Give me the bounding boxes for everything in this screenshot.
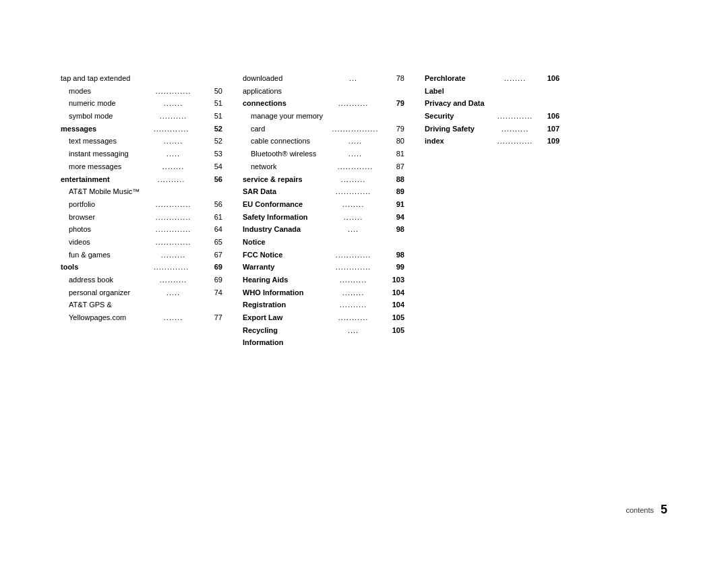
toc-page: 54 [209, 160, 222, 173]
toc-item: text messages.......52 [61, 135, 222, 148]
toc-page: 79 [391, 97, 404, 110]
toc-dots: ....... [317, 211, 390, 224]
toc-page: 91 [391, 198, 404, 211]
toc-item: Bluetooth® wireless.....81 [243, 148, 404, 160]
toc-item: Security.............106 [425, 110, 559, 123]
footer-page: 5 [661, 503, 667, 517]
toc-dots: ........... [317, 97, 390, 110]
toc-page: 104 [391, 286, 404, 299]
toc-item: Recycling Information....105 [243, 324, 404, 349]
toc-label: Perchlorate Label [425, 72, 484, 97]
toc-page: 106 [546, 72, 559, 85]
toc-label: service & repairs [243, 173, 315, 186]
toc-label: EU Conformance [243, 198, 315, 211]
toc-label: tools [61, 261, 133, 274]
toc-label: index [425, 135, 484, 148]
toc-dots: ........ [485, 72, 545, 85]
toc-dots: ........ [317, 286, 390, 299]
right-column: Perchlorate Label........106Privacy and … [425, 72, 559, 349]
footer: contents 5 [626, 503, 667, 517]
toc-item: Warranty.............99 [243, 261, 404, 274]
toc-label: numeric mode [69, 97, 138, 110]
toc-page: 77 [209, 311, 222, 324]
toc-label: FCC Notice [243, 249, 315, 261]
toc-page: 88 [391, 173, 404, 186]
toc-dots: ......... [139, 249, 208, 261]
toc-item: fun & games.........67 [61, 249, 222, 261]
toc-page: 67 [209, 249, 222, 261]
toc-label: modes [69, 85, 138, 98]
toc-dots: ..... [139, 286, 208, 299]
toc-dots: .......... [317, 274, 390, 286]
toc-label: address book [69, 274, 138, 286]
toc-page: 98 [391, 249, 404, 261]
toc-item: index.............109 [425, 135, 559, 148]
toc-dots: ............. [139, 223, 208, 236]
toc-label: symbol mode [69, 110, 138, 123]
toc-page: 80 [391, 135, 404, 148]
toc-label: AT&T GPS & [69, 299, 222, 311]
toc-label: Yellowpages.com [69, 311, 138, 324]
toc-label: browser [69, 211, 138, 224]
toc-label: SAR Data [243, 185, 315, 198]
toc-item: manage your memory [243, 110, 404, 123]
toc-item: Yellowpages.com.......77 [61, 311, 222, 324]
toc-page: 105 [391, 311, 404, 324]
toc-item: tap and tap extended [61, 72, 222, 85]
toc-dots: .......... [139, 274, 208, 286]
toc-label: photos [69, 223, 138, 236]
toc-label: cable connections [251, 135, 320, 148]
toc-item: Driving Safety..........107 [425, 123, 559, 135]
toc-dots: ... [317, 72, 390, 85]
toc-label: fun & games [69, 249, 138, 261]
toc-label: Recycling Information [243, 324, 315, 349]
toc-dots: ....... [139, 97, 208, 110]
toc-item: browser.............61 [61, 211, 222, 224]
toc-page: 52 [209, 123, 222, 135]
toc-dots: ............. [317, 261, 390, 274]
toc-dots: ............. [485, 135, 545, 148]
toc-page: 104 [391, 299, 404, 311]
toc-dots: ..... [139, 148, 208, 160]
toc-dots: ................. [321, 123, 390, 135]
toc-dots: .......... [139, 110, 208, 123]
toc-page: 56 [209, 198, 222, 211]
toc-label: Security [425, 110, 484, 123]
toc-page: 89 [391, 185, 404, 198]
toc-page: 94 [391, 211, 404, 224]
toc-page: 64 [209, 223, 222, 236]
toc-item: tools.............69 [61, 261, 222, 274]
toc-page: 106 [546, 110, 559, 123]
toc-label: Hearing Aids [243, 274, 315, 286]
toc-item: service & repairs.........88 [243, 173, 404, 186]
toc-item: network.............87 [243, 160, 404, 173]
toc-item: modes.............50 [61, 85, 222, 98]
toc-page: 81 [391, 148, 404, 160]
toc-label: more messages [69, 160, 138, 173]
toc-page: 78 [391, 72, 404, 85]
toc-page: 61 [209, 211, 222, 224]
toc-page: 53 [209, 148, 222, 160]
toc-dots: ........... [317, 311, 390, 324]
content-area: tap and tap extendedmodes.............50… [61, 45, 667, 349]
toc-dots: ..... [321, 148, 390, 160]
toc-page: 50 [209, 85, 222, 98]
toc-dots: ............. [139, 198, 208, 211]
toc-dots: ............. [139, 211, 208, 224]
toc-item: cable connections.....80 [243, 135, 404, 148]
toc-dots: .... [317, 324, 390, 337]
toc-dots: ............. [321, 160, 390, 173]
toc-label: Industry Canada Notice [243, 223, 315, 248]
toc-dots: ....... [139, 311, 208, 324]
toc-item: symbol mode..........51 [61, 110, 222, 123]
toc-dots: .... [317, 223, 390, 236]
toc-page: 56 [209, 173, 222, 186]
toc-item: more messages........54 [61, 160, 222, 173]
footer-text: contents [626, 506, 654, 514]
toc-label: text messages [69, 135, 138, 148]
toc-label: Bluetooth® wireless [251, 148, 320, 160]
toc-page: 105 [391, 324, 404, 337]
toc-label: Export Law [243, 311, 315, 324]
toc-dots: ........ [139, 160, 208, 173]
toc-label: card [251, 123, 320, 135]
